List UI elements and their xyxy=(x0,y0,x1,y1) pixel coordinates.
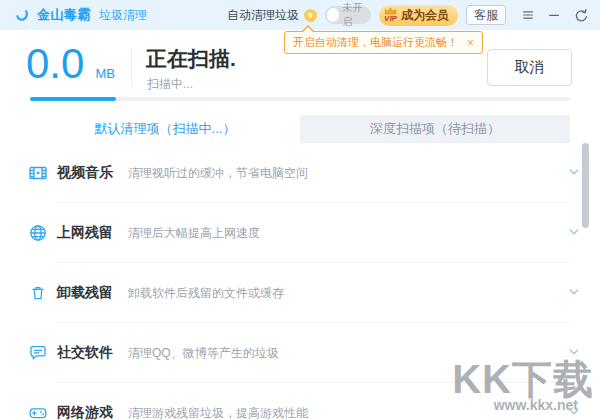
scan-size: 0.0 MB xyxy=(26,40,115,88)
film-icon xyxy=(28,163,48,183)
tab-default-clean[interactable]: 默认清理项（扫描中...） xyxy=(30,115,300,143)
scan-size-value: 0.0 xyxy=(26,40,84,88)
app-name: 金山毒霸 xyxy=(37,6,91,24)
scan-size-unit: MB xyxy=(95,66,115,81)
tab-bar: 默认清理项（扫描中...） 深度扫描项（待扫描） xyxy=(30,115,570,143)
scan-status-title: 正在扫描. xyxy=(146,45,236,73)
become-member-label: 成为会员 xyxy=(401,7,449,24)
toggle-knob xyxy=(327,8,339,22)
toggle-state-label: 未开启 xyxy=(342,1,369,29)
app-logo-icon xyxy=(14,5,31,26)
header-actions: 自动清理垃圾 ∨ 未开启 VIP 成为会员 客服 xyxy=(227,5,590,26)
customer-service-button[interactable]: 客服 xyxy=(466,5,506,25)
tooltip-close-icon[interactable]: × xyxy=(467,36,474,50)
cancel-button[interactable]: 取消 xyxy=(487,49,572,86)
scan-progress-bar xyxy=(30,97,570,101)
list-item-title: 卸载残留 xyxy=(57,284,113,302)
app-window: 金山毒霸 垃圾清理 自动清理垃圾 ∨ 未开启 VIP 成为会员 客服 xyxy=(0,0,600,420)
scrollbar[interactable] xyxy=(582,143,589,228)
list-item-desc: 清理QQ、微博等产生的垃圾 xyxy=(128,345,279,362)
title-bar: 金山毒霸 垃圾清理 自动清理垃圾 ∨ 未开启 VIP 成为会员 客服 xyxy=(0,0,600,30)
list-item-desc: 卸载软件后残留的文件或缓存 xyxy=(128,285,284,302)
chevron-down-icon[interactable] xyxy=(565,403,585,420)
chat-bubble-icon xyxy=(28,343,48,363)
clean-category-list: 视频音乐 清理视听过的缓冲，节省电脑空间 上网残留 清理后大幅提高上网速度 卸载… xyxy=(0,143,600,420)
page-title: 垃圾清理 xyxy=(99,7,147,24)
list-item-title: 网络游戏 xyxy=(57,404,113,420)
window-controls xyxy=(518,5,590,25)
list-item-title: 社交软件 xyxy=(57,344,113,362)
auto-clean-tooltip: 开启自动清理，电脑运行更流畅！ × xyxy=(284,31,483,54)
minimize-icon[interactable] xyxy=(544,5,564,25)
back-icon[interactable] xyxy=(570,5,590,25)
list-item-desc: 清理游戏残留垃圾，提高游戏性能 xyxy=(128,405,308,420)
list-item-title: 视频音乐 xyxy=(57,164,113,182)
auto-clean-label: 自动清理垃圾 xyxy=(227,7,299,24)
list-item-online-games[interactable]: 网络游戏 清理游戏残留垃圾，提高游戏性能 xyxy=(0,383,600,420)
trash-icon xyxy=(28,283,48,303)
list-item-desc: 清理后大幅提高上网速度 xyxy=(128,225,260,242)
auto-clean-toggle[interactable]: 未开启 xyxy=(325,6,371,24)
gamepad-icon xyxy=(28,403,48,420)
brand: 金山毒霸 垃圾清理 xyxy=(14,5,147,26)
list-item-social-software[interactable]: 社交软件 清理QQ、微博等产生的垃圾 xyxy=(0,323,600,383)
list-item-title: 上网残留 xyxy=(57,224,113,242)
list-item-internet-residue[interactable]: 上网残留 清理后大幅提高上网速度 xyxy=(0,203,600,263)
scan-status-subtitle: 扫描中... xyxy=(147,76,193,93)
divider xyxy=(131,48,132,86)
vip-crown-icon: VIP xyxy=(384,7,397,23)
auto-clean-dropdown-icon[interactable]: ∨ xyxy=(304,9,317,22)
become-member-button[interactable]: VIP 成为会员 xyxy=(379,5,458,26)
progress-fill xyxy=(30,97,116,101)
list-item-video-music[interactable]: 视频音乐 清理视听过的缓冲，节省电脑空间 xyxy=(0,143,600,203)
chevron-down-icon[interactable] xyxy=(565,283,585,303)
list-item-uninstall-residue[interactable]: 卸载残留 卸载软件后残留的文件或缓存 xyxy=(0,263,600,323)
tooltip-text: 开启自动清理，电脑运行更流畅！ xyxy=(293,35,458,50)
list-item-desc: 清理视听过的缓冲，节省电脑空间 xyxy=(128,165,308,182)
menu-icon[interactable] xyxy=(518,5,538,25)
tab-deep-scan[interactable]: 深度扫描项（待扫描） xyxy=(300,115,570,143)
chevron-down-icon[interactable] xyxy=(565,343,585,363)
globe-icon xyxy=(28,223,48,243)
